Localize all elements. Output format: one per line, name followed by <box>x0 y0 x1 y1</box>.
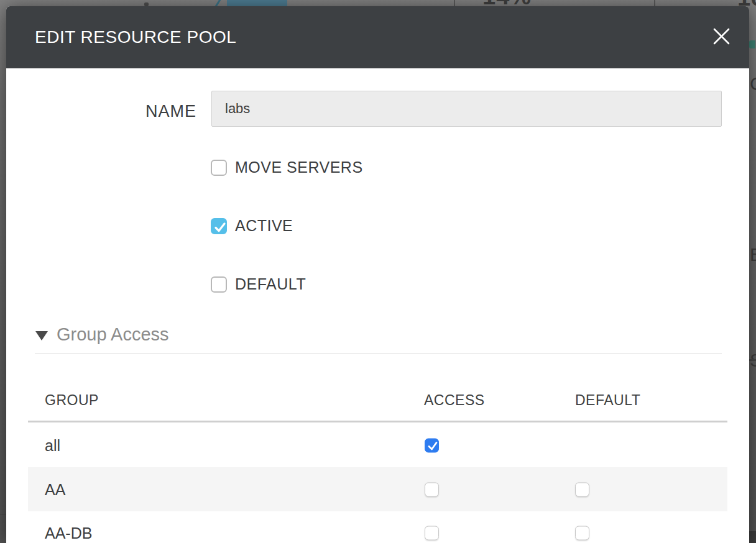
background-card-divider <box>654 0 655 6</box>
dialog-header: EDIT RESOURCE POOL <box>6 6 749 68</box>
default-checkbox[interactable] <box>211 276 227 293</box>
column-header-group: GROUP <box>45 392 99 409</box>
background-letter-fragment: C <box>750 73 756 94</box>
active-checkbox[interactable] <box>211 218 227 234</box>
background-footer-fragment <box>749 531 756 543</box>
group-name: AA <box>45 480 65 498</box>
group-access-section-toggle[interactable]: Group Access <box>35 324 169 345</box>
default-checkbox-aa[interactable] <box>575 482 589 496</box>
table-row: AA <box>28 467 727 511</box>
triangle-down-icon <box>35 331 48 340</box>
table-row: all <box>28 423 727 467</box>
move-servers-checkbox[interactable] <box>211 160 227 176</box>
column-header-default: DEFAULT <box>575 392 640 409</box>
background-top-strip: 14% 10 <box>0 0 756 6</box>
name-label: NAME <box>81 102 196 121</box>
background-teal-fragment <box>749 40 755 48</box>
background-divider-fragment <box>0 514 6 515</box>
group-name: AA-DB <box>45 524 92 542</box>
column-header-access: ACCESS <box>424 392 485 409</box>
background-card-divider <box>454 0 455 6</box>
close-icon <box>711 26 732 48</box>
dialog-title: EDIT RESOURCE POOL <box>35 27 236 47</box>
access-checkbox-aa-db[interactable] <box>425 526 439 541</box>
move-servers-label: MOVE SERVERS <box>235 158 363 176</box>
background-percent-text: 14% <box>482 0 532 6</box>
access-checkbox-all[interactable] <box>425 438 439 452</box>
group-name: all <box>45 436 60 454</box>
section-divider <box>35 353 722 354</box>
background-gauge-line-fragment <box>214 0 221 6</box>
background-letter-fragment: E <box>750 244 756 265</box>
background-right-strip: C E S <box>749 6 756 543</box>
close-button[interactable] <box>707 23 735 52</box>
checkmark-icon <box>425 438 440 454</box>
table-header-divider <box>28 421 727 422</box>
edit-resource-pool-dialog: EDIT RESOURCE POOL NAME MOVE SERVERS ACT… <box>6 6 749 543</box>
table-row: AA-DB <box>28 511 727 543</box>
name-input[interactable] <box>211 91 722 127</box>
option-default: DEFAULT <box>211 275 306 293</box>
background-gauge-fragment <box>227 0 287 6</box>
checkmark-icon <box>212 219 228 235</box>
default-checkbox-aa-db[interactable] <box>575 526 589 541</box>
background-divider-fragment <box>749 359 756 361</box>
group-access-section-title: Group Access <box>57 324 169 345</box>
access-checkbox-aa[interactable] <box>425 482 439 496</box>
option-move-servers: MOVE SERVERS <box>211 158 363 176</box>
background-count-text: 10 <box>737 0 756 6</box>
default-label: DEFAULT <box>235 275 306 293</box>
active-label: ACTIVE <box>235 217 293 235</box>
option-active: ACTIVE <box>211 217 293 235</box>
